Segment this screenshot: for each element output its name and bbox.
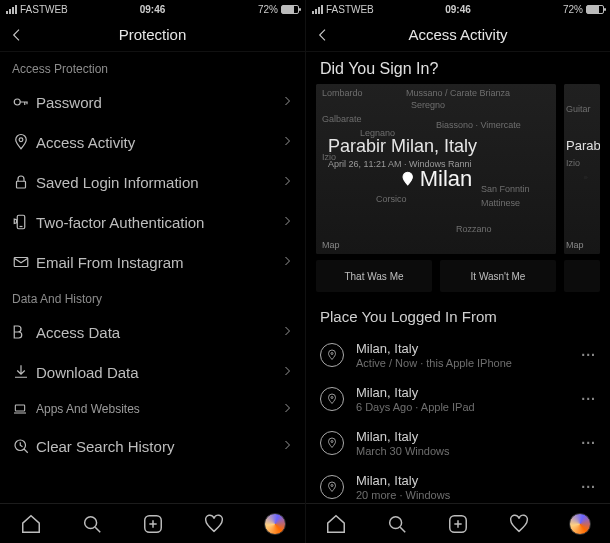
battery-pct: 72%	[258, 4, 278, 15]
more-icon[interactable]: ···	[581, 435, 596, 451]
nav-home[interactable]	[324, 512, 348, 536]
row-access-activity[interactable]: Access Activity	[0, 122, 305, 162]
this-wasnt-me-button[interactable]: It Wasn't Me	[440, 260, 556, 292]
nav-search[interactable]	[80, 512, 104, 536]
chevron-right-icon	[281, 173, 293, 191]
nav-search[interactable]	[385, 512, 409, 536]
signin-card-next[interactable]: Guitar Parabi Izio Map	[564, 84, 600, 254]
clock: 09:46	[140, 4, 166, 15]
page-title: Protection	[119, 26, 187, 43]
location-pin-icon	[320, 475, 344, 499]
nav-new-post[interactable]	[446, 512, 470, 536]
svg-rect-4	[14, 258, 28, 267]
avatar-icon	[569, 513, 591, 535]
more-icon[interactable]: ···	[581, 391, 596, 407]
logged-in-from-label: Place You Logged In From	[306, 292, 610, 333]
location-pin-icon	[12, 133, 36, 151]
login-session-row[interactable]: Milan, Italy 20 more · Windows ···	[306, 465, 610, 503]
more-icon[interactable]: ···	[581, 479, 596, 495]
battery-icon	[586, 5, 604, 14]
page-header: Access Activity	[306, 18, 610, 52]
page-title: Access Activity	[408, 26, 507, 43]
bottom-nav	[306, 503, 610, 543]
login-session-row[interactable]: Milan, Italy Active / Now · this Apple I…	[306, 333, 610, 377]
svg-point-1	[19, 138, 23, 142]
row-apps-websites[interactable]: Apps And Websites	[0, 392, 305, 426]
download-icon	[12, 363, 36, 381]
svg-rect-2	[17, 181, 26, 188]
svg-point-9	[331, 353, 333, 355]
signal-icon	[6, 5, 17, 14]
nav-new-post[interactable]	[141, 512, 165, 536]
row-download-data[interactable]: Download Data	[0, 352, 305, 392]
section-data-history: Data And History	[0, 282, 305, 312]
page-header: Protection	[0, 18, 305, 52]
row-two-factor[interactable]: Two-factor Authentication	[0, 202, 305, 242]
location-pin-icon	[320, 387, 344, 411]
row-password[interactable]: Password	[0, 82, 305, 122]
chevron-right-icon	[281, 323, 293, 341]
laptop-icon	[12, 401, 36, 417]
row-email-from-instagram[interactable]: Email From Instagram	[0, 242, 305, 282]
carrier-label: FASTWEB	[20, 4, 68, 15]
avatar-icon	[264, 513, 286, 535]
chevron-right-icon	[281, 133, 293, 151]
search-history-icon	[12, 437, 36, 455]
status-bar: FASTWEB 09:46 72%	[0, 0, 305, 18]
chevron-right-icon	[281, 400, 293, 418]
svg-rect-5	[15, 405, 24, 411]
back-button[interactable]	[306, 18, 340, 52]
phone-shield-icon	[12, 213, 36, 231]
svg-point-12	[331, 485, 333, 487]
chevron-right-icon	[281, 253, 293, 271]
back-button[interactable]	[0, 18, 34, 52]
chevron-right-icon	[281, 213, 293, 231]
screen-access-activity: FASTWEB 09:46 72% Access Activity Did Yo…	[305, 0, 610, 543]
map-credit: Map	[322, 240, 340, 250]
status-bar: FASTWEB 09:46 72%	[306, 0, 610, 18]
bottom-nav	[0, 503, 305, 543]
chevron-right-icon	[281, 437, 293, 455]
this-was-me-button[interactable]: That Was Me	[316, 260, 432, 292]
battery-pct: 72%	[563, 4, 583, 15]
database-icon	[12, 323, 36, 341]
chevron-right-icon	[281, 93, 293, 111]
svg-point-7	[84, 516, 96, 528]
location-pin-icon	[320, 343, 344, 367]
battery-icon	[281, 5, 299, 14]
section-access-protection: Access Protection	[0, 52, 305, 82]
login-session-row[interactable]: Milan, Italy March 30 Windows ···	[306, 421, 610, 465]
clock: 09:46	[445, 4, 471, 15]
nav-home[interactable]	[19, 512, 43, 536]
chevron-right-icon	[281, 363, 293, 381]
content: Access Protection Password Access Activi…	[0, 52, 305, 503]
nav-profile[interactable]	[568, 512, 592, 536]
map-center-pin: Milan	[400, 166, 473, 192]
login-session-row[interactable]: Milan, Italy 6 Days Ago · Apple IPad ···	[306, 377, 610, 421]
nav-activity[interactable]	[507, 512, 531, 536]
row-access-data[interactable]: Access Data	[0, 312, 305, 352]
lock-icon	[12, 173, 36, 191]
key-icon	[12, 93, 36, 111]
row-saved-login[interactable]: Saved Login Information	[0, 162, 305, 202]
nav-profile[interactable]	[263, 512, 287, 536]
location-pin-icon	[320, 431, 344, 455]
more-icon[interactable]: ···	[581, 347, 596, 363]
card-location-title: Parabir Milan, Italy April 26, 11:21 AM …	[328, 136, 477, 169]
carrier-label: FASTWEB	[326, 4, 374, 15]
signal-icon	[312, 5, 323, 14]
svg-point-11	[331, 441, 333, 443]
screen-protection: FASTWEB 09:46 72% Protection Access Prot…	[0, 0, 305, 543]
signin-prompt: Did You Sign In?	[306, 52, 610, 84]
signin-card[interactable]: Lombardo Mussano / Carate Brianza Seregn…	[316, 84, 556, 254]
content: Did You Sign In? Lombardo Mussano / Cara…	[306, 52, 610, 503]
nav-activity[interactable]	[202, 512, 226, 536]
next-card-button-peek[interactable]	[564, 260, 600, 292]
mail-icon	[12, 253, 36, 271]
row-clear-search-history[interactable]: Clear Search History	[0, 426, 305, 466]
svg-point-10	[331, 397, 333, 399]
signin-cards: Lombardo Mussano / Carate Brianza Seregn…	[306, 84, 610, 254]
svg-point-0	[14, 99, 20, 105]
svg-point-13	[390, 516, 402, 528]
